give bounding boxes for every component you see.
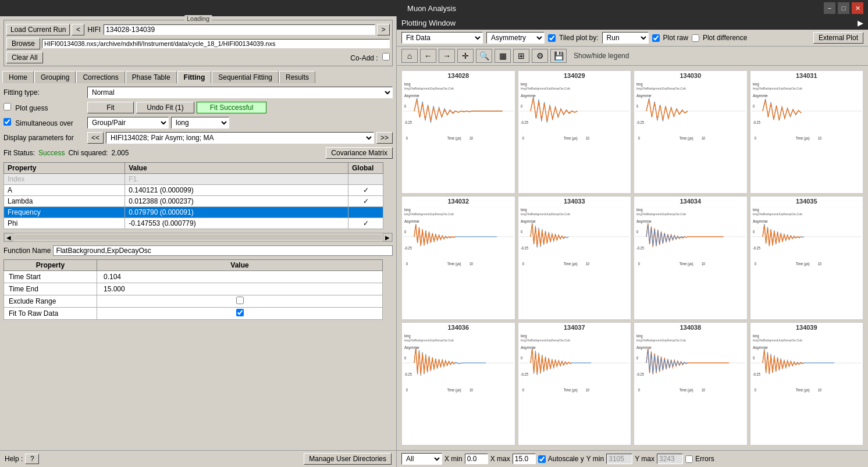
- pan-toolbar-btn[interactable]: ✛: [457, 49, 474, 63]
- load-current-run-button[interactable]: Load Current Run: [6, 24, 70, 35]
- display-params-select[interactable]: HIFI134028; Pair Asym; long; MA: [106, 132, 374, 144]
- plot-difference-label: Plot difference: [703, 34, 748, 42]
- fit-successful-button[interactable]: Fit Successful: [197, 102, 266, 113]
- plot-raw-checkbox[interactable]: [652, 34, 660, 42]
- table-row-selected[interactable]: Frequency 0.079790 (0.000091): [4, 207, 393, 218]
- svg-text:0: 0: [520, 104, 522, 109]
- global-lambda[interactable]: ✓: [348, 196, 383, 207]
- x-max-input[interactable]: [513, 454, 536, 464]
- global-phi[interactable]: ✓: [348, 218, 383, 229]
- plot-cell-134034: 134034 long long;FlatBackground,ExpDecay…: [634, 196, 748, 319]
- asymmetry-select[interactable]: Asymmetry: [486, 32, 545, 44]
- restore-button[interactable]: □: [838, 2, 849, 14]
- all-select[interactable]: All: [401, 453, 442, 465]
- plot-window-title: Plotting Window: [401, 19, 456, 27]
- tab-results[interactable]: Results: [279, 71, 315, 83]
- plot-svg-134036: long long;FlatBackground,ExpDecayOsc;Cal…: [403, 331, 514, 395]
- tab-corrections[interactable]: Corrections: [76, 71, 124, 83]
- table-row[interactable]: Lambda 0.012388 (0.000237) ✓: [4, 196, 393, 207]
- plot-difference-checkbox[interactable]: [692, 34, 699, 42]
- external-plot-button[interactable]: External Plot: [813, 32, 863, 44]
- plot-guess-label: Plot guess: [15, 104, 48, 112]
- svg-text:-0.25: -0.25: [752, 372, 760, 376]
- prev-params-button[interactable]: <<: [87, 132, 104, 144]
- tab-grouping[interactable]: Grouping: [34, 71, 76, 83]
- prop-container: Property Value Time Start Time End: [3, 259, 393, 320]
- simultaneous-checkbox[interactable]: [3, 118, 11, 126]
- global-a[interactable]: ✓: [348, 185, 383, 196]
- plot-canvas-134039: long long;FlatBackground,ExpDecayOsc;Cal…: [752, 331, 862, 395]
- svg-text:-0.25: -0.25: [404, 372, 412, 376]
- next-params-button[interactable]: >>: [376, 132, 393, 144]
- nav-right-button[interactable]: >: [377, 24, 390, 35]
- expand-icon[interactable]: ▶: [858, 19, 863, 27]
- plot-canvas-134036: long long;FlatBackground,ExpDecayOsc;Cal…: [403, 331, 514, 395]
- val-frequency: 0.079790 (0.000091): [125, 207, 348, 218]
- simultaneous-sub-select[interactable]: long: [171, 117, 229, 129]
- tab-sequential-fitting[interactable]: Sequential Fitting: [212, 71, 279, 83]
- svg-text:0: 0: [752, 230, 755, 234]
- nav-left-button[interactable]: <: [72, 24, 84, 35]
- autoscale-checkbox[interactable]: [538, 455, 546, 463]
- tab-phase-table[interactable]: Phase Table: [126, 71, 177, 83]
- svg-text:-0.25: -0.25: [636, 246, 644, 251]
- fit-data-select[interactable]: Fit Data: [401, 32, 483, 44]
- prop-index: Index: [4, 174, 125, 185]
- plot-svg-134033: long long;FlatBackground,ExpDecayOsc;Cal…: [520, 205, 630, 269]
- fit-to-raw-checkbox[interactable]: [236, 309, 244, 316]
- manage-user-directories-button[interactable]: Manage User Directories: [304, 453, 392, 465]
- plot-svg-134032: long long;FlatBackground,ExpDecayOsc;Cal…: [403, 205, 514, 269]
- svg-text:Time (μs): Time (μs): [680, 136, 693, 141]
- save-toolbar-btn[interactable]: 💾: [550, 49, 567, 63]
- svg-text:10: 10: [702, 136, 706, 141]
- global-frequency[interactable]: [348, 207, 383, 218]
- minimize-button[interactable]: −: [824, 2, 835, 14]
- table-row[interactable]: A 0.140121 (0.000099) ✓: [4, 185, 393, 196]
- x-min-input[interactable]: [465, 454, 488, 464]
- fit-params-container: Property Value Global Index F1.: [3, 162, 393, 233]
- table-row[interactable]: Index F1.: [4, 174, 393, 185]
- table-row[interactable]: Phi -0.147553 (0.000779) ✓: [4, 218, 393, 229]
- fitting-type-select[interactable]: Normal TF Asymmetry: [87, 87, 393, 98]
- tiled-plot-checkbox[interactable]: [548, 34, 556, 42]
- simultaneous-select[interactable]: Group/Pair: [87, 117, 169, 129]
- co-add-checkbox[interactable]: [382, 53, 390, 60]
- run-number-input[interactable]: [104, 24, 375, 35]
- y-max-input[interactable]: [657, 454, 683, 464]
- time-end-input[interactable]: [102, 284, 378, 294]
- tab-fitting[interactable]: Fitting: [177, 71, 212, 83]
- home-toolbar-btn[interactable]: ⌂: [401, 49, 418, 63]
- run-select[interactable]: Run: [602, 32, 649, 44]
- forward-toolbar-btn[interactable]: →: [439, 49, 455, 63]
- settings-toolbar-btn[interactable]: ⚙: [532, 49, 548, 63]
- undo-fit-button[interactable]: Undo Fit (1): [136, 102, 194, 113]
- tab-home[interactable]: Home: [2, 71, 34, 83]
- plot-title-134034: 134034: [680, 198, 701, 205]
- plot-guess-checkbox[interactable]: [3, 103, 11, 110]
- grid1-toolbar-btn[interactable]: ▦: [495, 49, 511, 63]
- legend-label[interactable]: Show/hide legend: [574, 52, 629, 60]
- time-start-input[interactable]: [102, 272, 378, 281]
- h-scrollbar[interactable]: ◀ ▶: [3, 233, 393, 242]
- help-button[interactable]: ?: [25, 454, 39, 464]
- grid2-toolbar-btn[interactable]: ⊞: [513, 49, 529, 63]
- scroll-left-btn[interactable]: ◀: [4, 233, 13, 241]
- zoom-toolbar-btn[interactable]: 🔍: [476, 49, 492, 63]
- file-path-input[interactable]: [42, 39, 390, 48]
- clear-all-button[interactable]: Clear All: [6, 52, 43, 63]
- svg-text:long: long: [636, 333, 643, 338]
- browse-button[interactable]: Browse: [6, 38, 40, 49]
- exclude-range-checkbox[interactable]: [236, 297, 244, 304]
- fit-button[interactable]: Fit: [87, 102, 134, 113]
- y-min-input[interactable]: [606, 454, 632, 464]
- svg-text:long: long: [404, 82, 411, 87]
- covariance-button[interactable]: Covariance Matrix: [326, 147, 393, 159]
- svg-text:long: long: [520, 333, 527, 338]
- back-toolbar-btn[interactable]: ←: [420, 49, 436, 63]
- x-max-label: X max: [490, 455, 510, 463]
- scroll-right-btn[interactable]: ▶: [383, 233, 392, 241]
- svg-text:Asymme: Asymme: [752, 219, 767, 224]
- right-panel: Plotting Window ▶ Fit Data Asymmetry Til…: [397, 16, 868, 467]
- close-button[interactable]: ✕: [852, 2, 863, 14]
- errors-checkbox[interactable]: [685, 455, 693, 463]
